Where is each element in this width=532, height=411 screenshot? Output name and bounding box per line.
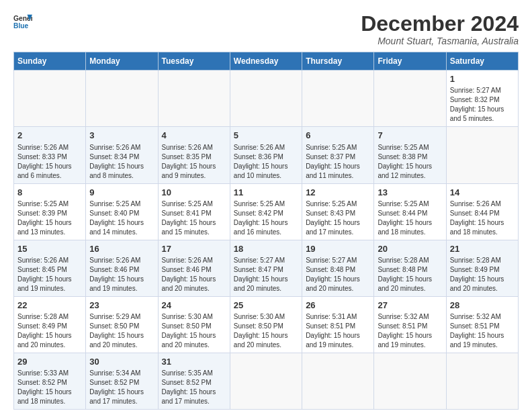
sunset-text: Sunset: 8:39 PM	[17, 210, 67, 217]
day-number: 29	[17, 356, 82, 368]
calendar-cell: 5Sunrise: 5:26 AMSunset: 8:36 PMDaylight…	[230, 127, 302, 183]
sunrise-text: Sunrise: 5:30 AM	[234, 313, 285, 320]
sunset-text: Sunset: 8:35 PM	[162, 153, 212, 161]
day-number: 5	[234, 130, 298, 142]
day-number: 9	[89, 187, 154, 199]
calendar-cell: 6Sunrise: 5:25 AMSunset: 8:37 PMDaylight…	[302, 127, 374, 183]
calendar-cell: 17Sunrise: 5:26 AMSunset: 8:46 PMDayligh…	[158, 240, 230, 296]
sunrise-text: Sunrise: 5:25 AM	[306, 144, 357, 151]
title-area: December 2024 Mount Stuart, Tasmania, Au…	[361, 12, 519, 46]
daylight-text: Daylight: 15 hours and 20 minutes.	[234, 275, 288, 292]
daylight-text: Daylight: 15 hours and 14 minutes.	[89, 219, 144, 236]
calendar-cell: 23Sunrise: 5:29 AMSunset: 8:50 PMDayligh…	[86, 296, 158, 353]
day-number: 7	[378, 130, 442, 142]
daylight-text: Daylight: 15 hours and 18 minutes.	[378, 219, 432, 236]
sunset-text: Sunset: 8:48 PM	[306, 266, 355, 273]
sunrise-text: Sunrise: 5:29 AM	[89, 313, 140, 320]
calendar-cell: 31Sunrise: 5:35 AMSunset: 8:52 PMDayligh…	[158, 353, 230, 410]
calendar-cell	[302, 353, 374, 410]
sunset-text: Sunset: 8:40 PM	[89, 210, 139, 217]
daylight-text: Daylight: 15 hours and 19 minutes.	[89, 275, 144, 292]
sunset-text: Sunset: 8:50 PM	[89, 322, 139, 330]
calendar-cell	[446, 353, 518, 410]
calendar-cell: 16Sunrise: 5:26 AMSunset: 8:46 PMDayligh…	[86, 240, 158, 296]
daylight-text: Daylight: 15 hours and 20 minutes.	[450, 275, 504, 292]
day-number: 20	[378, 243, 442, 255]
sunrise-text: Sunrise: 5:26 AM	[234, 144, 285, 151]
sunrise-text: Sunrise: 5:26 AM	[162, 144, 213, 151]
calendar-cell: 15Sunrise: 5:26 AMSunset: 8:45 PMDayligh…	[14, 240, 86, 296]
day-number: 14	[450, 187, 515, 199]
sunrise-text: Sunrise: 5:34 AM	[89, 369, 140, 377]
sunrise-text: Sunrise: 5:26 AM	[89, 257, 140, 264]
calendar-cell	[14, 71, 86, 127]
sunrise-text: Sunrise: 5:26 AM	[17, 257, 69, 264]
daylight-text: Daylight: 15 hours and 18 minutes.	[17, 388, 72, 405]
sunrise-text: Sunrise: 5:32 AM	[378, 313, 429, 320]
day-number: 16	[89, 243, 154, 255]
calendar-cell: 26Sunrise: 5:31 AMSunset: 8:51 PMDayligh…	[302, 296, 374, 353]
calendar-row: 2Sunrise: 5:26 AMSunset: 8:33 PMDaylight…	[14, 127, 519, 183]
sunrise-text: Sunrise: 5:27 AM	[306, 257, 357, 264]
calendar-cell	[230, 353, 302, 410]
day-number: 21	[450, 243, 515, 255]
sunrise-text: Sunrise: 5:26 AM	[17, 144, 69, 151]
sunrise-text: Sunrise: 5:25 AM	[378, 200, 429, 208]
sunset-text: Sunset: 8:49 PM	[450, 266, 500, 273]
calendar-cell	[158, 71, 230, 127]
header-row: Sunday Monday Tuesday Wednesday Thursday…	[14, 52, 519, 71]
sunrise-text: Sunrise: 5:25 AM	[306, 200, 357, 208]
calendar-cell: 2Sunrise: 5:26 AMSunset: 8:33 PMDaylight…	[14, 127, 86, 183]
sunrise-text: Sunrise: 5:26 AM	[450, 200, 501, 208]
sunset-text: Sunset: 8:47 PM	[234, 266, 283, 273]
day-number: 24	[162, 300, 226, 312]
sunrise-text: Sunrise: 5:27 AM	[450, 87, 501, 94]
calendar-row: 29Sunrise: 5:33 AMSunset: 8:52 PMDayligh…	[14, 353, 519, 410]
sunrise-text: Sunrise: 5:25 AM	[234, 200, 285, 208]
daylight-text: Daylight: 15 hours and 5 minutes.	[450, 105, 504, 122]
day-number: 28	[450, 300, 515, 312]
sunset-text: Sunset: 8:52 PM	[162, 379, 212, 386]
sunset-text: Sunset: 8:48 PM	[378, 266, 427, 273]
calendar-cell: 24Sunrise: 5:30 AMSunset: 8:50 PMDayligh…	[158, 296, 230, 353]
sunset-text: Sunset: 8:42 PM	[234, 210, 283, 217]
day-number: 31	[162, 356, 226, 368]
sunrise-text: Sunrise: 5:30 AM	[162, 313, 213, 320]
sunset-text: Sunset: 8:51 PM	[378, 322, 427, 330]
sunset-text: Sunset: 8:44 PM	[378, 210, 427, 217]
daylight-text: Daylight: 15 hours and 19 minutes.	[306, 332, 360, 349]
sunrise-text: Sunrise: 5:32 AM	[450, 313, 501, 320]
day-number: 23	[89, 300, 154, 312]
daylight-text: Daylight: 15 hours and 8 minutes.	[89, 163, 144, 179]
col-thursday: Thursday	[302, 52, 374, 71]
col-saturday: Saturday	[446, 52, 518, 71]
calendar-cell	[374, 353, 446, 410]
calendar-row: 22Sunrise: 5:28 AMSunset: 8:49 PMDayligh…	[14, 296, 519, 353]
daylight-text: Daylight: 15 hours and 20 minutes.	[162, 332, 216, 349]
day-number: 22	[17, 300, 82, 312]
daylight-text: Daylight: 15 hours and 20 minutes.	[234, 332, 288, 349]
calendar-cell: 11Sunrise: 5:25 AMSunset: 8:42 PMDayligh…	[230, 183, 302, 240]
calendar-cell	[86, 71, 158, 127]
daylight-text: Daylight: 15 hours and 11 minutes.	[306, 163, 360, 179]
calendar-table: Sunday Monday Tuesday Wednesday Thursday…	[13, 52, 519, 410]
daylight-text: Daylight: 15 hours and 20 minutes.	[378, 275, 432, 292]
daylight-text: Daylight: 15 hours and 19 minutes.	[17, 275, 72, 292]
calendar-cell: 3Sunrise: 5:26 AMSunset: 8:34 PMDaylight…	[86, 127, 158, 183]
calendar-cell	[446, 127, 518, 183]
day-number: 12	[306, 187, 370, 199]
day-number: 15	[17, 243, 82, 255]
sunrise-text: Sunrise: 5:31 AM	[306, 313, 357, 320]
sunrise-text: Sunrise: 5:25 AM	[378, 144, 429, 151]
calendar-cell	[302, 71, 374, 127]
calendar-body: 1Sunrise: 5:27 AMSunset: 8:32 PMDaylight…	[14, 71, 519, 410]
subtitle: Mount Stuart, Tasmania, Australia	[361, 36, 519, 46]
calendar-cell	[374, 71, 446, 127]
calendar-cell	[230, 71, 302, 127]
calendar-cell: 14Sunrise: 5:26 AMSunset: 8:44 PMDayligh…	[446, 183, 518, 240]
calendar-cell: 28Sunrise: 5:32 AMSunset: 8:51 PMDayligh…	[446, 296, 518, 353]
daylight-text: Daylight: 15 hours and 6 minutes.	[17, 163, 72, 179]
sunset-text: Sunset: 8:32 PM	[450, 96, 500, 103]
main-title: December 2024	[361, 12, 519, 36]
sunrise-text: Sunrise: 5:25 AM	[17, 200, 69, 208]
